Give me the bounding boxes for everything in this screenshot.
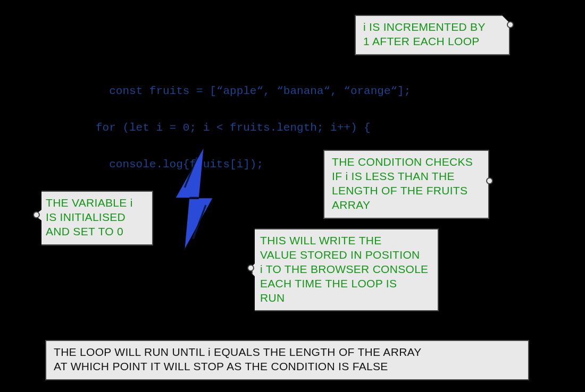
callout-log: THIS WILL WRITE THE VALUE STORED IN POSI… <box>252 228 439 311</box>
callout-tab <box>33 211 40 218</box>
callout-init: THE VARIABLE i IS INITIALISED AND SET TO… <box>37 191 153 245</box>
lightning-bolt-icon <box>165 146 223 252</box>
callout-tab <box>486 177 493 184</box>
code-line-1: const fruits = [“apple“, “banana“, “oran… <box>109 85 411 97</box>
callout-tab <box>247 265 254 271</box>
callout-summary: THE LOOP WILL RUN UNTIL i EQUALS THE LEN… <box>45 340 529 380</box>
callout-tab <box>507 21 514 28</box>
code-line-3: for (let i = 0; i < fruits.length; i++) … <box>96 122 371 134</box>
callout-condition: THE CONDITION CHECKS IF i IS LESS THAN T… <box>323 150 489 219</box>
callout-increment: i IS INCREMENTED BY 1 AFTER EACH LOOP <box>355 15 510 55</box>
